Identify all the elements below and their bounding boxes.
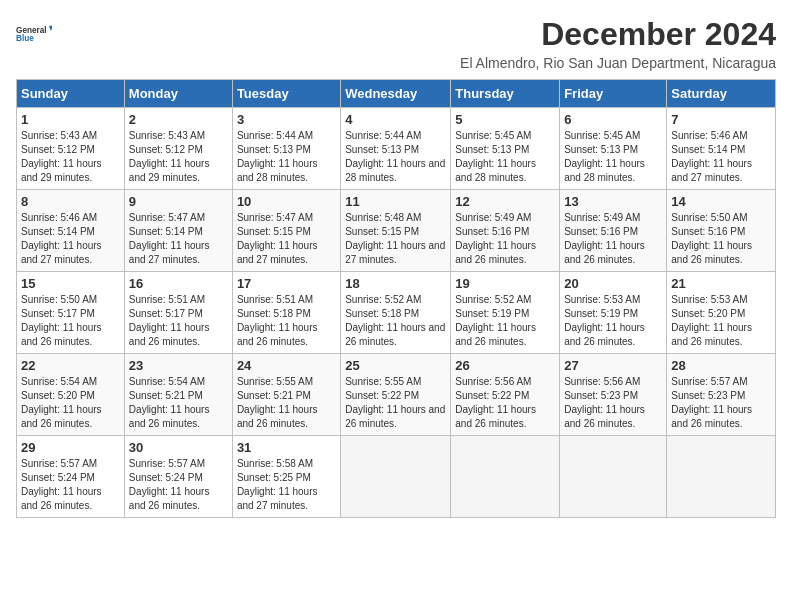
day-number: 21	[671, 276, 771, 291]
day-number: 26	[455, 358, 555, 373]
day-number: 6	[564, 112, 662, 127]
calendar-cell: 13 Sunrise: 5:49 AMSunset: 5:16 PMDaylig…	[560, 190, 667, 272]
day-number: 24	[237, 358, 336, 373]
day-info: Sunrise: 5:46 AMSunset: 5:14 PMDaylight:…	[21, 212, 102, 265]
day-of-week-header: Friday	[560, 80, 667, 108]
day-info: Sunrise: 5:57 AMSunset: 5:24 PMDaylight:…	[21, 458, 102, 511]
calendar-cell: 27 Sunrise: 5:56 AMSunset: 5:23 PMDaylig…	[560, 354, 667, 436]
logo-svg: General Blue	[16, 16, 52, 52]
day-info: Sunrise: 5:51 AMSunset: 5:17 PMDaylight:…	[129, 294, 210, 347]
day-of-week-header: Thursday	[451, 80, 560, 108]
day-number: 15	[21, 276, 120, 291]
calendar-cell: 5 Sunrise: 5:45 AMSunset: 5:13 PMDayligh…	[451, 108, 560, 190]
day-info: Sunrise: 5:48 AMSunset: 5:15 PMDaylight:…	[345, 212, 445, 265]
day-number: 23	[129, 358, 228, 373]
calendar-cell: 23 Sunrise: 5:54 AMSunset: 5:21 PMDaylig…	[124, 354, 232, 436]
day-number: 7	[671, 112, 771, 127]
calendar-header-row: SundayMondayTuesdayWednesdayThursdayFrid…	[17, 80, 776, 108]
day-number: 13	[564, 194, 662, 209]
day-number: 9	[129, 194, 228, 209]
calendar-cell: 29 Sunrise: 5:57 AMSunset: 5:24 PMDaylig…	[17, 436, 125, 518]
day-info: Sunrise: 5:54 AMSunset: 5:20 PMDaylight:…	[21, 376, 102, 429]
calendar-cell: 14 Sunrise: 5:50 AMSunset: 5:16 PMDaylig…	[667, 190, 776, 272]
day-info: Sunrise: 5:56 AMSunset: 5:23 PMDaylight:…	[564, 376, 645, 429]
calendar-cell: 6 Sunrise: 5:45 AMSunset: 5:13 PMDayligh…	[560, 108, 667, 190]
svg-text:Blue: Blue	[16, 34, 34, 43]
day-info: Sunrise: 5:49 AMSunset: 5:16 PMDaylight:…	[564, 212, 645, 265]
calendar-cell: 31 Sunrise: 5:58 AMSunset: 5:25 PMDaylig…	[232, 436, 340, 518]
day-number: 16	[129, 276, 228, 291]
svg-marker-2	[49, 26, 52, 31]
day-info: Sunrise: 5:50 AMSunset: 5:16 PMDaylight:…	[671, 212, 752, 265]
calendar-row: 8 Sunrise: 5:46 AMSunset: 5:14 PMDayligh…	[17, 190, 776, 272]
day-number: 4	[345, 112, 446, 127]
calendar-cell: 8 Sunrise: 5:46 AMSunset: 5:14 PMDayligh…	[17, 190, 125, 272]
day-of-week-header: Monday	[124, 80, 232, 108]
title-block: December 2024 El Almendro, Rio San Juan …	[460, 16, 776, 71]
calendar-row: 22 Sunrise: 5:54 AMSunset: 5:20 PMDaylig…	[17, 354, 776, 436]
calendar-cell: 12 Sunrise: 5:49 AMSunset: 5:16 PMDaylig…	[451, 190, 560, 272]
day-info: Sunrise: 5:51 AMSunset: 5:18 PMDaylight:…	[237, 294, 318, 347]
day-number: 17	[237, 276, 336, 291]
calendar-cell: 7 Sunrise: 5:46 AMSunset: 5:14 PMDayligh…	[667, 108, 776, 190]
day-number: 14	[671, 194, 771, 209]
calendar-cell: 20 Sunrise: 5:53 AMSunset: 5:19 PMDaylig…	[560, 272, 667, 354]
calendar-cell: 18 Sunrise: 5:52 AMSunset: 5:18 PMDaylig…	[341, 272, 451, 354]
calendar-cell: 3 Sunrise: 5:44 AMSunset: 5:13 PMDayligh…	[232, 108, 340, 190]
calendar-cell: 15 Sunrise: 5:50 AMSunset: 5:17 PMDaylig…	[17, 272, 125, 354]
logo: General Blue	[16, 16, 52, 52]
calendar-row: 1 Sunrise: 5:43 AMSunset: 5:12 PMDayligh…	[17, 108, 776, 190]
day-info: Sunrise: 5:52 AMSunset: 5:18 PMDaylight:…	[345, 294, 445, 347]
day-info: Sunrise: 5:46 AMSunset: 5:14 PMDaylight:…	[671, 130, 752, 183]
day-info: Sunrise: 5:57 AMSunset: 5:24 PMDaylight:…	[129, 458, 210, 511]
day-info: Sunrise: 5:52 AMSunset: 5:19 PMDaylight:…	[455, 294, 536, 347]
day-number: 12	[455, 194, 555, 209]
calendar-cell: 11 Sunrise: 5:48 AMSunset: 5:15 PMDaylig…	[341, 190, 451, 272]
day-info: Sunrise: 5:49 AMSunset: 5:16 PMDaylight:…	[455, 212, 536, 265]
day-number: 10	[237, 194, 336, 209]
day-number: 30	[129, 440, 228, 455]
day-info: Sunrise: 5:56 AMSunset: 5:22 PMDaylight:…	[455, 376, 536, 429]
day-info: Sunrise: 5:45 AMSunset: 5:13 PMDaylight:…	[564, 130, 645, 183]
calendar-cell: 1 Sunrise: 5:43 AMSunset: 5:12 PMDayligh…	[17, 108, 125, 190]
calendar-cell	[451, 436, 560, 518]
day-info: Sunrise: 5:58 AMSunset: 5:25 PMDaylight:…	[237, 458, 318, 511]
calendar-row: 15 Sunrise: 5:50 AMSunset: 5:17 PMDaylig…	[17, 272, 776, 354]
day-info: Sunrise: 5:47 AMSunset: 5:14 PMDaylight:…	[129, 212, 210, 265]
calendar-cell: 4 Sunrise: 5:44 AMSunset: 5:13 PMDayligh…	[341, 108, 451, 190]
day-number: 18	[345, 276, 446, 291]
calendar-cell: 26 Sunrise: 5:56 AMSunset: 5:22 PMDaylig…	[451, 354, 560, 436]
day-number: 8	[21, 194, 120, 209]
day-info: Sunrise: 5:47 AMSunset: 5:15 PMDaylight:…	[237, 212, 318, 265]
calendar-table: SundayMondayTuesdayWednesdayThursdayFrid…	[16, 79, 776, 518]
day-number: 20	[564, 276, 662, 291]
day-info: Sunrise: 5:44 AMSunset: 5:13 PMDaylight:…	[345, 130, 445, 183]
month-title: December 2024	[460, 16, 776, 53]
page-header: General Blue December 2024 El Almendro, …	[16, 16, 776, 71]
calendar-cell	[667, 436, 776, 518]
day-number: 3	[237, 112, 336, 127]
day-info: Sunrise: 5:43 AMSunset: 5:12 PMDaylight:…	[21, 130, 102, 183]
calendar-cell	[560, 436, 667, 518]
day-number: 25	[345, 358, 446, 373]
calendar-cell: 28 Sunrise: 5:57 AMSunset: 5:23 PMDaylig…	[667, 354, 776, 436]
day-number: 31	[237, 440, 336, 455]
day-number: 11	[345, 194, 446, 209]
day-number: 28	[671, 358, 771, 373]
day-info: Sunrise: 5:55 AMSunset: 5:22 PMDaylight:…	[345, 376, 445, 429]
calendar-row: 29 Sunrise: 5:57 AMSunset: 5:24 PMDaylig…	[17, 436, 776, 518]
day-info: Sunrise: 5:45 AMSunset: 5:13 PMDaylight:…	[455, 130, 536, 183]
day-of-week-header: Saturday	[667, 80, 776, 108]
day-info: Sunrise: 5:44 AMSunset: 5:13 PMDaylight:…	[237, 130, 318, 183]
calendar-cell: 17 Sunrise: 5:51 AMSunset: 5:18 PMDaylig…	[232, 272, 340, 354]
calendar-cell	[341, 436, 451, 518]
calendar-cell: 2 Sunrise: 5:43 AMSunset: 5:12 PMDayligh…	[124, 108, 232, 190]
day-info: Sunrise: 5:55 AMSunset: 5:21 PMDaylight:…	[237, 376, 318, 429]
calendar-cell: 25 Sunrise: 5:55 AMSunset: 5:22 PMDaylig…	[341, 354, 451, 436]
day-number: 5	[455, 112, 555, 127]
day-info: Sunrise: 5:43 AMSunset: 5:12 PMDaylight:…	[129, 130, 210, 183]
location: El Almendro, Rio San Juan Department, Ni…	[460, 55, 776, 71]
day-of-week-header: Wednesday	[341, 80, 451, 108]
day-number: 27	[564, 358, 662, 373]
day-info: Sunrise: 5:54 AMSunset: 5:21 PMDaylight:…	[129, 376, 210, 429]
